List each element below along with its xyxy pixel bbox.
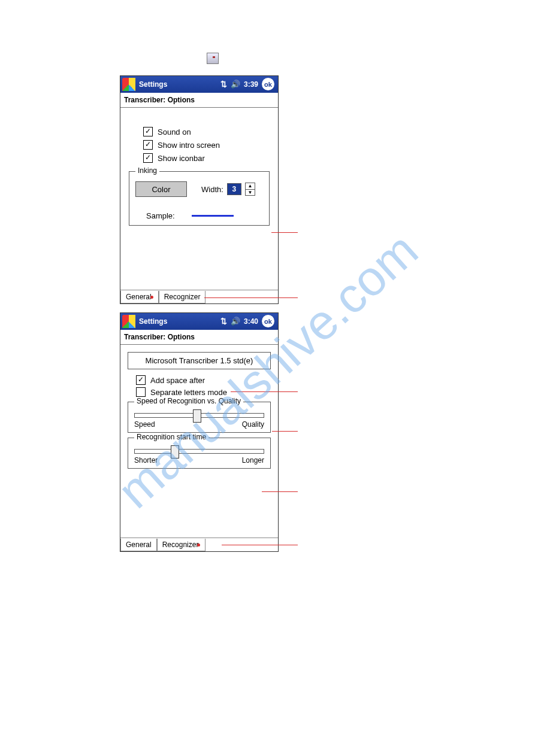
start-time-group: Recognition start time Shorter Longer [128, 438, 271, 469]
speaker-icon[interactable]: 🔊 [231, 317, 240, 326]
tab-general[interactable]: General [120, 539, 157, 551]
start-menu-icon[interactable] [122, 315, 135, 328]
callout-line [271, 232, 298, 233]
tab-label: Recognizer [164, 293, 201, 301]
width-spinner[interactable]: ▲ ▼ [245, 183, 255, 196]
spinner-up-icon[interactable]: ▲ [246, 183, 255, 190]
clock: 3:40 [244, 317, 258, 326]
titlebar-title: Settings [139, 80, 167, 89]
start-time-slider[interactable] [134, 449, 264, 454]
start-menu-icon[interactable] [122, 78, 135, 91]
slider-thumb[interactable] [193, 409, 201, 423]
checkbox-label: Sound on [158, 127, 191, 136]
width-input[interactable]: 3 [227, 183, 241, 195]
checkbox-icon [136, 375, 146, 385]
checkbox-show-intro[interactable]: Show intro screen [143, 140, 272, 150]
ok-button[interactable]: ok [262, 315, 274, 327]
checkbox-separate-letters[interactable]: Separate letters mode [136, 387, 274, 397]
page-title: Transcriber: Options [120, 93, 278, 108]
tab-label: General [126, 293, 152, 301]
callout-line [272, 431, 298, 432]
slider-left-label: Shorter [134, 456, 158, 464]
connectivity-icon[interactable]: ⇅ [220, 80, 227, 89]
group-legend: Recognition start time [134, 433, 208, 441]
checkbox-sound-on[interactable]: Sound on [143, 127, 272, 136]
inking-legend: Inking [135, 166, 159, 175]
color-button[interactable]: Color [135, 181, 187, 197]
spinner-down-icon[interactable]: ▼ [246, 190, 255, 196]
group-legend: Speed of Recognition vs. Quality [134, 397, 243, 405]
callout-dot [197, 544, 200, 546]
checkbox-label: Show iconbar [158, 154, 205, 163]
tabs-row: General Recognizer [120, 290, 278, 303]
callout-line [204, 297, 298, 298]
clock: 3:39 [244, 80, 258, 89]
slider-right-label: Longer [242, 456, 264, 464]
checkbox-add-space[interactable]: Add space after [136, 375, 274, 385]
ok-button[interactable]: ok [262, 78, 274, 90]
slider-thumb[interactable] [171, 445, 179, 459]
sample-label: Sample: [146, 211, 175, 220]
page-title: Transcriber: Options [120, 330, 278, 345]
checkbox-icon [136, 387, 146, 397]
tab-recognizer[interactable]: Recognizer [159, 291, 206, 303]
checkbox-label: Add space after [150, 376, 205, 385]
speed-quality-slider[interactable] [134, 413, 264, 418]
speaker-icon[interactable]: 🔊 [231, 80, 240, 89]
recognition-engine-select[interactable]: Microsoft Transcriber 1.5 std(e) [128, 352, 271, 369]
speed-quality-group: Speed of Recognition vs. Quality Speed Q… [128, 402, 271, 433]
connectivity-icon[interactable]: ⇅ [220, 317, 227, 326]
callout-dot [150, 296, 153, 299]
inking-group: Inking Color Width: 3 ▲ ▼ Sample: [129, 171, 270, 226]
screenshot-general-tab: Settings ⇅ 🔊 3:39 ok Transcriber: Option… [120, 75, 279, 304]
checkbox-label: Separate letters mode [150, 388, 227, 397]
checkbox-icon [143, 153, 153, 163]
tab-label: Recognizer [162, 541, 199, 549]
titlebar: Settings ⇅ 🔊 3:40 ok [120, 313, 278, 330]
width-label: Width: [201, 185, 223, 194]
options-toolbar-icon [207, 53, 219, 64]
tab-label: General [126, 541, 152, 549]
callout-line [231, 391, 298, 392]
tab-general[interactable]: General [120, 291, 159, 303]
callout-line [262, 491, 298, 492]
checkbox-show-iconbar[interactable]: Show iconbar [143, 153, 272, 163]
checkbox-label: Show intro screen [158, 141, 220, 150]
checkbox-icon [143, 127, 153, 136]
ink-sample-line [192, 215, 234, 217]
screenshot-recognizer-tab: Settings ⇅ 🔊 3:40 ok Transcriber: Option… [120, 312, 279, 552]
slider-left-label: Speed [134, 420, 155, 429]
slider-right-label: Quality [242, 420, 264, 429]
titlebar-title: Settings [139, 317, 167, 326]
checkbox-icon [143, 140, 153, 150]
titlebar: Settings ⇅ 🔊 3:39 ok [120, 76, 278, 93]
tab-recognizer[interactable]: Recognizer [157, 539, 206, 551]
callout-line [222, 545, 298, 545]
